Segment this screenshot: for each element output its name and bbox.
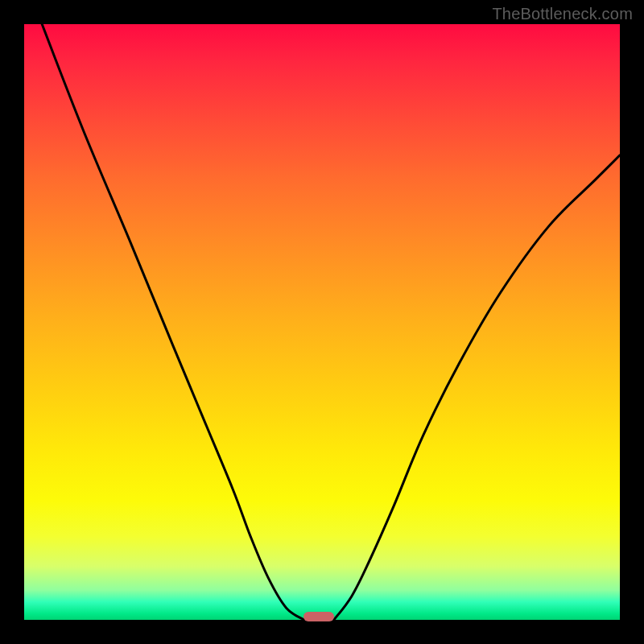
chart-area: [24, 24, 620, 620]
watermark-text: TheBottleneck.com: [492, 5, 633, 23]
bottleneck-marker: [303, 612, 334, 621]
curve-layer: [24, 24, 620, 620]
curve-left-branch: [42, 24, 304, 620]
curve-right-branch: [334, 155, 620, 620]
